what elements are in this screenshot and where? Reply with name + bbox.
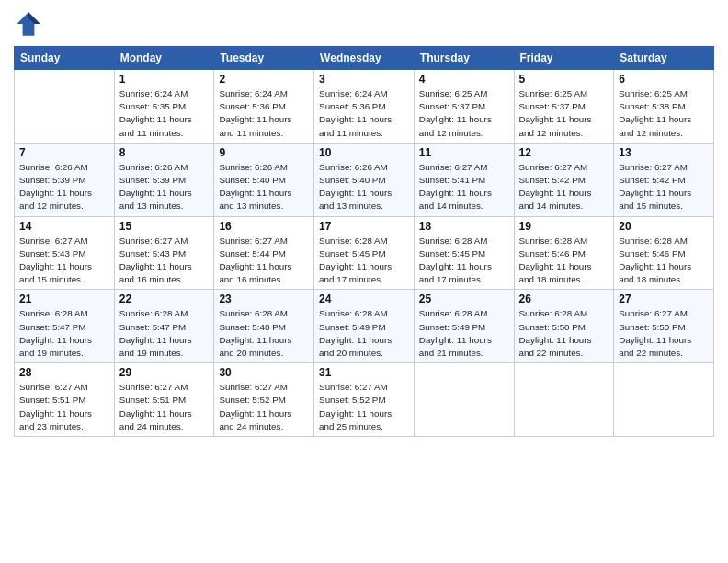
day-info: Sunrise: 6:27 AMSunset: 5:52 PMDaylight:…	[219, 381, 309, 433]
day-info: Sunrise: 6:27 AMSunset: 5:50 PMDaylight:…	[619, 307, 709, 360]
calendar-cell: 12Sunrise: 6:27 AMSunset: 5:42 PMDayligh…	[514, 143, 614, 216]
day-number: 6	[619, 73, 709, 86]
day-number: 17	[319, 220, 409, 233]
calendar-cell: 7Sunrise: 6:26 AMSunset: 5:39 PMDaylight…	[15, 143, 115, 216]
calendar-cell: 28Sunrise: 6:27 AMSunset: 5:51 PMDayligh…	[15, 363, 115, 437]
calendar-week-row: 7Sunrise: 6:26 AMSunset: 5:39 PMDaylight…	[15, 143, 714, 216]
weekday-header-monday: Monday	[114, 47, 214, 70]
day-info: Sunrise: 6:28 AMSunset: 5:46 PMDaylight:…	[619, 235, 709, 287]
calendar-week-row: 21Sunrise: 6:28 AMSunset: 5:47 PMDayligh…	[15, 290, 714, 363]
day-number: 7	[19, 146, 109, 159]
calendar-table: SundayMondayTuesdayWednesdayThursdayFrid…	[14, 46, 714, 437]
day-info: Sunrise: 6:27 AMSunset: 5:43 PMDaylight:…	[119, 235, 210, 287]
day-number: 22	[119, 293, 210, 305]
weekday-header-saturday: Saturday	[614, 47, 714, 70]
weekday-header-friday: Friday	[514, 47, 614, 70]
weekday-header-wednesday: Wednesday	[314, 47, 415, 70]
calendar-cell: 6Sunrise: 6:25 AMSunset: 5:38 PMDaylight…	[614, 70, 714, 144]
day-number: 24	[319, 293, 409, 305]
day-info: Sunrise: 6:26 AMSunset: 5:40 PMDaylight:…	[319, 161, 409, 213]
day-info: Sunrise: 6:28 AMSunset: 5:50 PMDaylight:…	[519, 307, 609, 360]
day-info: Sunrise: 6:25 AMSunset: 5:37 PMDaylight:…	[419, 87, 509, 140]
day-info: Sunrise: 6:26 AMSunset: 5:39 PMDaylight:…	[19, 161, 109, 213]
calendar-cell: 3Sunrise: 6:24 AMSunset: 5:36 PMDaylight…	[314, 70, 415, 144]
day-info: Sunrise: 6:27 AMSunset: 5:44 PMDaylight:…	[219, 235, 309, 287]
day-info: Sunrise: 6:24 AMSunset: 5:35 PMDaylight:…	[119, 87, 210, 140]
day-info: Sunrise: 6:28 AMSunset: 5:47 PMDaylight:…	[19, 307, 109, 360]
day-info: Sunrise: 6:27 AMSunset: 5:51 PMDaylight:…	[19, 381, 109, 433]
day-info: Sunrise: 6:24 AMSunset: 5:36 PMDaylight:…	[319, 87, 409, 140]
day-number: 25	[419, 293, 509, 305]
day-number: 4	[419, 73, 509, 86]
day-info: Sunrise: 6:26 AMSunset: 5:39 PMDaylight:…	[119, 161, 210, 213]
calendar-cell: 18Sunrise: 6:28 AMSunset: 5:45 PMDayligh…	[414, 216, 514, 290]
calendar-cell: 24Sunrise: 6:28 AMSunset: 5:49 PMDayligh…	[314, 290, 415, 363]
day-number: 11	[419, 146, 509, 159]
day-number: 29	[119, 366, 210, 379]
day-info: Sunrise: 6:28 AMSunset: 5:49 PMDaylight:…	[419, 307, 509, 360]
calendar-cell: 19Sunrise: 6:28 AMSunset: 5:46 PMDayligh…	[514, 216, 614, 290]
calendar-cell: 30Sunrise: 6:27 AMSunset: 5:52 PMDayligh…	[214, 363, 314, 437]
calendar-cell	[614, 363, 714, 437]
calendar-cell: 10Sunrise: 6:26 AMSunset: 5:40 PMDayligh…	[314, 143, 415, 216]
page: SundayMondayTuesdayWednesdayThursdayFrid…	[0, 0, 728, 563]
logo-icon	[14, 9, 43, 39]
calendar-cell: 1Sunrise: 6:24 AMSunset: 5:35 PMDaylight…	[114, 70, 214, 144]
day-number: 19	[519, 220, 609, 233]
calendar-cell: 29Sunrise: 6:27 AMSunset: 5:51 PMDayligh…	[114, 363, 214, 437]
day-number: 20	[619, 220, 709, 233]
calendar-cell: 8Sunrise: 6:26 AMSunset: 5:39 PMDaylight…	[114, 143, 214, 216]
day-number: 1	[119, 73, 210, 86]
day-info: Sunrise: 6:25 AMSunset: 5:37 PMDaylight:…	[519, 87, 609, 140]
calendar-cell: 25Sunrise: 6:28 AMSunset: 5:49 PMDayligh…	[414, 290, 514, 363]
calendar-cell: 11Sunrise: 6:27 AMSunset: 5:41 PMDayligh…	[414, 143, 514, 216]
calendar-week-row: 1Sunrise: 6:24 AMSunset: 5:35 PMDaylight…	[15, 70, 714, 144]
calendar-cell	[414, 363, 514, 437]
day-number: 26	[519, 293, 609, 305]
weekday-header-sunday: Sunday	[15, 47, 115, 70]
day-number: 23	[219, 293, 309, 305]
weekday-header-thursday: Thursday	[414, 47, 514, 70]
day-number: 27	[619, 293, 709, 305]
header	[14, 9, 714, 39]
day-info: Sunrise: 6:28 AMSunset: 5:47 PMDaylight:…	[119, 307, 210, 360]
day-number: 5	[519, 73, 609, 86]
day-number: 10	[319, 146, 409, 159]
calendar-header-row: SundayMondayTuesdayWednesdayThursdayFrid…	[15, 47, 714, 70]
day-info: Sunrise: 6:27 AMSunset: 5:42 PMDaylight:…	[619, 161, 709, 213]
calendar-cell: 22Sunrise: 6:28 AMSunset: 5:47 PMDayligh…	[114, 290, 214, 363]
day-info: Sunrise: 6:28 AMSunset: 5:49 PMDaylight:…	[319, 307, 409, 360]
calendar-week-row: 28Sunrise: 6:27 AMSunset: 5:51 PMDayligh…	[15, 363, 714, 437]
day-info: Sunrise: 6:27 AMSunset: 5:51 PMDaylight:…	[119, 381, 210, 433]
day-number: 30	[219, 366, 309, 379]
day-info: Sunrise: 6:28 AMSunset: 5:45 PMDaylight:…	[319, 235, 409, 287]
calendar-cell	[514, 363, 614, 437]
day-number: 13	[619, 146, 709, 159]
calendar-cell: 21Sunrise: 6:28 AMSunset: 5:47 PMDayligh…	[15, 290, 115, 363]
calendar-cell: 31Sunrise: 6:27 AMSunset: 5:52 PMDayligh…	[314, 363, 415, 437]
day-info: Sunrise: 6:24 AMSunset: 5:36 PMDaylight:…	[219, 87, 309, 140]
day-info: Sunrise: 6:26 AMSunset: 5:40 PMDaylight:…	[219, 161, 309, 213]
calendar-cell: 9Sunrise: 6:26 AMSunset: 5:40 PMDaylight…	[214, 143, 314, 216]
day-number: 3	[319, 73, 409, 86]
day-info: Sunrise: 6:27 AMSunset: 5:41 PMDaylight:…	[419, 161, 509, 213]
day-number: 9	[219, 146, 309, 159]
calendar-cell	[15, 70, 115, 144]
calendar-cell: 15Sunrise: 6:27 AMSunset: 5:43 PMDayligh…	[114, 216, 214, 290]
calendar-cell: 20Sunrise: 6:28 AMSunset: 5:46 PMDayligh…	[614, 216, 714, 290]
calendar-cell: 2Sunrise: 6:24 AMSunset: 5:36 PMDaylight…	[214, 70, 314, 144]
calendar-week-row: 14Sunrise: 6:27 AMSunset: 5:43 PMDayligh…	[15, 216, 714, 290]
day-number: 15	[119, 220, 210, 233]
calendar-cell: 4Sunrise: 6:25 AMSunset: 5:37 PMDaylight…	[414, 70, 514, 144]
day-number: 16	[219, 220, 309, 233]
logo	[14, 9, 47, 39]
calendar-cell: 27Sunrise: 6:27 AMSunset: 5:50 PMDayligh…	[614, 290, 714, 363]
day-number: 12	[519, 146, 609, 159]
day-info: Sunrise: 6:27 AMSunset: 5:43 PMDaylight:…	[19, 235, 109, 287]
day-info: Sunrise: 6:28 AMSunset: 5:45 PMDaylight:…	[419, 235, 509, 287]
day-number: 8	[119, 146, 210, 159]
day-number: 31	[319, 366, 409, 379]
day-info: Sunrise: 6:28 AMSunset: 5:48 PMDaylight:…	[219, 307, 309, 360]
day-info: Sunrise: 6:25 AMSunset: 5:38 PMDaylight:…	[619, 87, 709, 140]
day-number: 21	[19, 293, 109, 305]
